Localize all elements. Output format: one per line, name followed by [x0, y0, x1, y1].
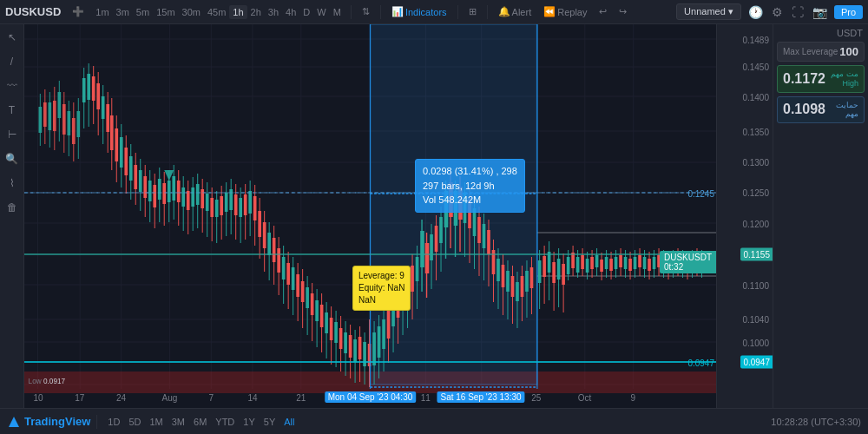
svg-rect-113 [225, 193, 228, 212]
alert-btn[interactable]: 🔔 Alert [494, 4, 536, 19]
svg-rect-95 [181, 187, 185, 207]
svg-rect-257 [571, 253, 575, 268]
timeframe-1h[interactable]: 1h [229, 5, 247, 19]
svg-rect-54 [87, 74, 90, 100]
named-workspace[interactable]: Unnamed ▾ [676, 3, 741, 20]
svg-rect-56 [92, 76, 95, 101]
svg-rect-101 [196, 184, 200, 205]
clock-icon[interactable]: 🕐 [746, 3, 765, 21]
bottom-tf-ytd[interactable]: YTD [211, 415, 239, 429]
timeframe-3m[interactable]: 3m [113, 5, 133, 19]
replay-btn[interactable]: ⏪ Replay [539, 4, 591, 19]
svg-rect-62 [106, 104, 109, 132]
svg-rect-34 [38, 107, 42, 133]
svg-rect-119 [239, 198, 242, 217]
bottom-tf-1d[interactable]: 1D [103, 415, 124, 429]
magnet-tool[interactable]: ⌇ [3, 174, 22, 193]
date-label: 14 [247, 393, 257, 403]
separator4 [487, 5, 488, 19]
high-price-tag: مت مهم High [831, 69, 858, 89]
bottom-tf-all[interactable]: All [279, 415, 299, 429]
date-label: 21 [296, 393, 306, 403]
timeframe-d[interactable]: D [299, 5, 313, 19]
pro-btn[interactable]: Pro [834, 5, 863, 19]
currency-label: USDT [777, 28, 865, 38]
symbol-label[interactable]: DUSKUSD [5, 5, 61, 18]
bottom-tf-3m[interactable]: 3M [168, 415, 189, 429]
fibonacci-tool[interactable]: 〰 [3, 76, 22, 95]
svg-rect-243 [538, 260, 542, 283]
svg-rect-46 [67, 111, 70, 135]
timeframe-30m[interactable]: 30m [179, 5, 204, 19]
bottom-tf-6m[interactable]: 6M [189, 415, 211, 429]
layout-btn[interactable]: ⊞ [464, 4, 481, 19]
timeframe-45m[interactable]: 45m [204, 5, 229, 19]
fullscreen-icon[interactable]: ⛶ [790, 3, 806, 21]
bottom-tf-5y[interactable]: 5Y [260, 415, 279, 429]
svg-text:Low: Low [29, 377, 43, 385]
svg-marker-321 [9, 417, 19, 427]
svg-rect-89 [168, 181, 171, 202]
draw-line-tool[interactable]: / [3, 52, 22, 71]
timeframe-2h[interactable]: 2h [247, 5, 265, 19]
settings-icon[interactable]: ⚙ [770, 3, 785, 21]
measure-tool[interactable]: ⊢ [3, 125, 22, 144]
candle-chart: Low 0.0917 [24, 24, 716, 408]
trash-tool[interactable]: 🗑 [3, 198, 22, 217]
timeframe-w[interactable]: W [313, 5, 329, 19]
logo-text: TradingView [24, 415, 90, 428]
svg-rect-76 [139, 170, 142, 192]
svg-rect-193 [416, 257, 419, 281]
tv-logo-icon [7, 415, 21, 429]
svg-rect-275 [615, 257, 618, 269]
support-price-tag: حمایت مهم [825, 101, 858, 120]
bottom-tf-1m[interactable]: 1M [145, 415, 167, 429]
svg-rect-263 [586, 259, 589, 273]
timeframe-15m[interactable]: 15m [153, 5, 178, 19]
chart-canvas-area: Low 0.0917 0.0298 (31.41%) , 298 297 bar… [24, 24, 716, 408]
bottom-tf-5d[interactable]: 5D [124, 415, 145, 429]
leverage-box: Max Leverage 100 [777, 42, 865, 62]
undo-btn[interactable]: ↩ [595, 4, 611, 19]
svg-rect-117 [234, 194, 238, 215]
date-label: 17 [75, 393, 84, 403]
timeframe-1m[interactable]: 1m [92, 5, 112, 19]
svg-rect-66 [115, 128, 118, 161]
svg-rect-217 [473, 208, 477, 236]
svg-rect-111 [220, 196, 223, 215]
leverage-label: Max Leverage [783, 47, 838, 56]
camera-icon[interactable]: 📷 [811, 3, 829, 21]
add-symbol-btn[interactable]: ➕ [68, 4, 89, 19]
text-tool[interactable]: T [3, 101, 22, 120]
date-label: 11 [421, 393, 431, 403]
svg-rect-38 [48, 102, 51, 130]
svg-rect-133 [273, 238, 276, 262]
cursor-tool[interactable]: ↖ [3, 28, 22, 47]
svg-rect-105 [206, 194, 209, 211]
svg-rect-165 [349, 335, 352, 358]
timeframe-3h[interactable]: 3h [265, 5, 282, 19]
zoom-tool[interactable]: 🔍 [3, 149, 22, 168]
indicators-btn[interactable]: 📊 Indicators [387, 4, 451, 19]
redo-btn[interactable]: ↪ [615, 4, 631, 19]
timeframe-5m[interactable]: 5m [133, 5, 153, 19]
svg-rect-155 [325, 312, 328, 333]
svg-rect-84 [158, 179, 161, 200]
svg-rect-233 [511, 276, 515, 297]
high-price-value: 0.1172 [783, 71, 825, 87]
svg-rect-44 [62, 104, 66, 135]
timeframe-m[interactable]: M [330, 5, 345, 19]
timeframe-4h[interactable]: 4h [282, 5, 299, 19]
measure-line3: Vol 548.242M [423, 193, 517, 207]
compare-btn[interactable]: ⇅ [358, 4, 374, 19]
svg-rect-42 [57, 92, 61, 118]
svg-rect-283 [634, 257, 637, 269]
date-labels: 101724Aug71421Mon 04 Sep '23 04:3011Sat … [24, 387, 716, 404]
svg-rect-135 [277, 248, 280, 273]
svg-rect-143 [296, 274, 299, 297]
svg-rect-255 [567, 257, 570, 274]
bottom-sep [96, 415, 97, 429]
bottom-tf-1y[interactable]: 1Y [239, 415, 259, 429]
svg-rect-225 [492, 250, 496, 274]
separator2 [380, 5, 381, 19]
